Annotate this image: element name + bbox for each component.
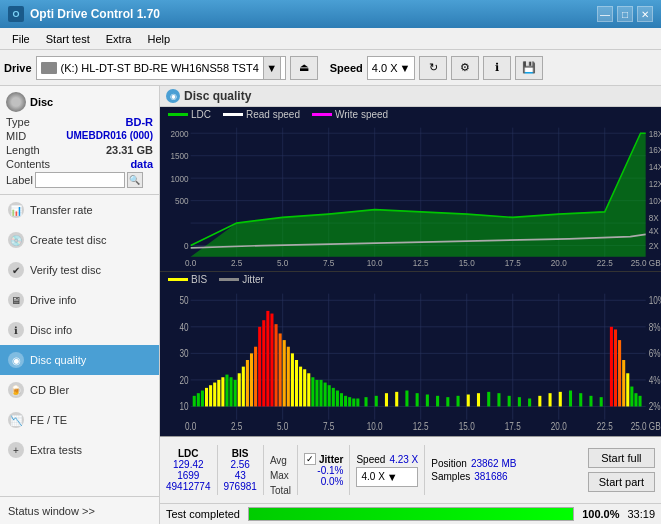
- nav-verify-test-disc[interactable]: ✔ Verify test disc: [0, 255, 159, 285]
- svg-text:15.0: 15.0: [459, 257, 475, 267]
- nav-disc-info-label: Disc info: [30, 324, 72, 336]
- svg-text:20.0: 20.0: [551, 257, 567, 267]
- nav-disc-info[interactable]: ℹ Disc info: [0, 315, 159, 345]
- svg-rect-82: [299, 367, 302, 407]
- svg-text:4X: 4X: [649, 226, 659, 236]
- svg-rect-90: [332, 388, 335, 407]
- speed-select-container[interactable]: 4.0 X ▼: [367, 56, 416, 80]
- menu-file[interactable]: File: [4, 31, 38, 47]
- jitter-checkbox[interactable]: ✓: [304, 453, 316, 465]
- disc-quality-icon: ◉: [8, 352, 24, 368]
- svg-text:500: 500: [175, 196, 189, 206]
- ldc-stats: LDC 129.42 1699 49412774: [166, 448, 211, 492]
- svg-rect-59: [205, 388, 208, 407]
- info-button[interactable]: ℹ: [483, 56, 511, 80]
- svg-rect-108: [477, 393, 480, 406]
- nav-fe-te[interactable]: 📉 FE / TE: [0, 405, 159, 435]
- svg-text:7.5: 7.5: [323, 420, 334, 432]
- progress-row: Test completed 100.0% 33:19: [160, 504, 661, 524]
- svg-text:1500: 1500: [170, 151, 188, 161]
- svg-rect-123: [618, 340, 621, 406]
- svg-rect-99: [385, 393, 388, 406]
- samples-label: Samples: [431, 471, 470, 482]
- stats-panel: LDC 129.42 1699 49412774 BIS 2.56 43 976…: [160, 436, 661, 524]
- svg-rect-97: [364, 397, 367, 406]
- jitter-legend-label: Jitter: [242, 274, 264, 285]
- nav-disc-quality[interactable]: ◉ Disc quality: [0, 345, 159, 375]
- write-speed-legend: Write speed: [312, 109, 388, 120]
- svg-rect-100: [395, 392, 398, 407]
- drive-name: (K:) HL-DT-ST BD-RE WH16NS58 TST4: [61, 62, 259, 74]
- svg-rect-106: [457, 396, 460, 407]
- nav-disc-quality-label: Disc quality: [30, 354, 86, 366]
- eject-button[interactable]: ⏏: [290, 56, 318, 80]
- speed-select-stats[interactable]: 4.0 X ▼: [356, 467, 418, 487]
- svg-rect-98: [375, 396, 378, 407]
- bis-stats: BIS 2.56 43 976981: [224, 448, 257, 492]
- start-full-button[interactable]: Start full: [588, 448, 655, 468]
- chart-header: ◉ Disc quality: [160, 86, 661, 107]
- menu-help[interactable]: Help: [139, 31, 178, 47]
- close-button[interactable]: ✕: [637, 6, 653, 22]
- svg-text:0.0: 0.0: [185, 420, 196, 432]
- nav-drive-info-label: Drive info: [30, 294, 76, 306]
- nav-create-test-disc-label: Create test disc: [30, 234, 106, 246]
- menu-start-test[interactable]: Start test: [38, 31, 98, 47]
- drive-selector[interactable]: (K:) HL-DT-ST BD-RE WH16NS58 TST4 ▼: [36, 56, 286, 80]
- nav-extra-tests[interactable]: + Extra tests: [0, 435, 159, 465]
- speed-dropdown-icon: ▼: [399, 62, 410, 74]
- svg-rect-104: [436, 396, 439, 407]
- contents-label: Contents: [6, 158, 50, 170]
- nav-create-test-disc[interactable]: 💿 Create test disc: [0, 225, 159, 255]
- svg-rect-117: [569, 391, 572, 407]
- action-buttons: Start full Start part: [588, 448, 655, 492]
- settings-button[interactable]: ⚙: [451, 56, 479, 80]
- svg-rect-85: [311, 377, 314, 406]
- main-layout: Disc Type BD-R MID UMEBDR016 (000) Lengt…: [0, 86, 661, 524]
- svg-rect-109: [487, 392, 490, 407]
- contents-value: data: [130, 158, 153, 170]
- fe-te-icon: 📉: [8, 412, 24, 428]
- jitter-legend: Jitter: [219, 274, 264, 285]
- svg-rect-80: [291, 353, 294, 406]
- nav-drive-info[interactable]: 🖥 Drive info: [0, 285, 159, 315]
- drive-dropdown-button[interactable]: ▼: [263, 56, 281, 80]
- total-row-label: Total: [270, 485, 291, 500]
- svg-rect-78: [283, 340, 286, 406]
- svg-rect-74: [266, 311, 269, 407]
- svg-rect-63: [221, 377, 224, 406]
- transfer-rate-icon: 📊: [8, 202, 24, 218]
- label-input[interactable]: [35, 172, 125, 188]
- ldc-legend-color: [168, 113, 188, 116]
- divider3: [297, 445, 298, 495]
- jitter-max-val: 0.0%: [304, 476, 343, 487]
- refresh-button[interactable]: ↻: [419, 56, 447, 80]
- bis-legend: BIS: [168, 274, 207, 285]
- svg-rect-107: [467, 395, 470, 407]
- read-speed-legend-label: Read speed: [246, 109, 300, 120]
- status-window-button[interactable]: Status window >>: [0, 496, 159, 524]
- time-text: 33:19: [627, 508, 655, 520]
- svg-rect-120: [600, 397, 603, 406]
- nav-cd-bier[interactable]: 🍺 CD BIer: [0, 375, 159, 405]
- svg-rect-72: [258, 327, 261, 407]
- svg-text:2.5: 2.5: [231, 420, 242, 432]
- minimize-button[interactable]: —: [597, 6, 613, 22]
- menu-extra[interactable]: Extra: [98, 31, 140, 47]
- maximize-button[interactable]: □: [617, 6, 633, 22]
- nav-transfer-rate[interactable]: 📊 Transfer rate: [0, 195, 159, 225]
- svg-rect-115: [549, 393, 552, 406]
- svg-text:22.5: 22.5: [597, 420, 613, 432]
- svg-rect-93: [344, 396, 347, 407]
- start-part-button[interactable]: Start part: [588, 472, 655, 492]
- svg-text:18X: 18X: [649, 128, 661, 138]
- svg-text:50: 50: [180, 294, 189, 306]
- length-value: 23.31 GB: [106, 144, 153, 156]
- ldc-max-val: 1699: [177, 470, 199, 481]
- svg-text:0: 0: [184, 241, 189, 251]
- type-label: Type: [6, 116, 30, 128]
- save-button[interactable]: 💾: [515, 56, 543, 80]
- menu-bar: File Start test Extra Help: [0, 28, 661, 50]
- svg-rect-112: [518, 397, 521, 406]
- label-icon-button[interactable]: 🔍: [127, 172, 143, 188]
